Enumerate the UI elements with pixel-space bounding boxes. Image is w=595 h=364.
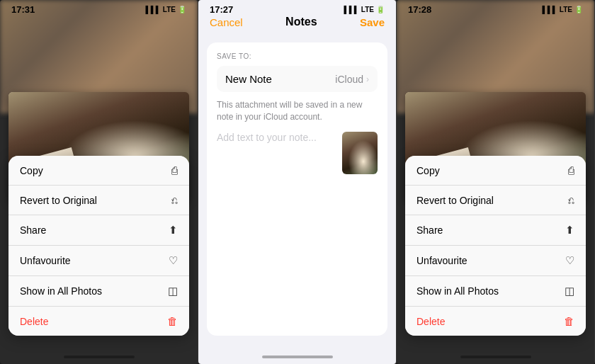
unfavourite-label-1: Unfavourite <box>20 255 71 266</box>
share-label-3: Share <box>416 224 443 236</box>
context-menu-1: Copy ⎙ Revert to Original ⎌ Share ⬆ Unfa… <box>8 156 189 336</box>
attachment-description: This attachment will be saved in a new n… <box>217 99 378 123</box>
context-copy-1[interactable]: Copy ⎙ <box>8 156 189 186</box>
thumbnail-bg <box>342 132 378 174</box>
unfavourite-label-3: Unfavourite <box>416 255 468 266</box>
note-thumbnail <box>342 132 378 174</box>
revert-icon-3: ⎌ <box>568 194 574 206</box>
phone-3: 17:28 ▌▌▌ LTE 🔋 Copy ⎙ Revert to Origina… <box>397 0 595 364</box>
context-show-all-3[interactable]: Show in All Photos ◫ <box>405 276 586 307</box>
phone-1: 17:31 ▌▌▌ LTE 🔋 Copy ⎙ Revert to Origina… <box>0 0 198 364</box>
context-unfavourite-3[interactable]: Unfavourite ♡ <box>405 246 586 276</box>
notes-title: Notes <box>285 16 317 28</box>
show-all-label-1: Show in All Photos <box>20 285 102 297</box>
context-share-1[interactable]: Share ⬆ <box>8 215 189 246</box>
time-3: 17:28 <box>408 4 431 15</box>
context-show-all-1[interactable]: Show in All Photos ◫ <box>8 276 189 307</box>
context-menu-3: Copy ⎙ Revert to Original ⎌ Share ⬆ Unfa… <box>405 156 586 336</box>
notes-nav: Cancel Notes Save <box>198 16 396 28</box>
phone-2: 17:27 ▌▌▌ LTE 🔋 Cancel Notes Save SAVE T… <box>198 0 397 364</box>
note-placeholder[interactable]: Add text to your note... <box>217 132 317 143</box>
battery-icon-1: 🔋 <box>178 6 186 13</box>
battery-icon-2: 🔋 <box>376 6 385 13</box>
context-unfavourite-1[interactable]: Unfavourite ♡ <box>8 246 189 276</box>
delete-icon-1: 🗑 <box>167 315 178 327</box>
delete-icon-3: 🗑 <box>564 315 574 327</box>
context-delete-3[interactable]: Delete 🗑 <box>405 307 586 336</box>
context-revert-1[interactable]: Revert to Original ⎌ <box>8 186 189 215</box>
context-revert-3[interactable]: Revert to Original ⎌ <box>405 186 586 215</box>
lte-label-1: LTE <box>163 6 176 13</box>
signal-icon-1: ▌▌▌ <box>146 6 161 13</box>
share-label-1: Share <box>20 224 46 236</box>
unfavourite-icon-3: ♡ <box>565 254 574 267</box>
context-share-3[interactable]: Share ⬆ <box>405 215 586 246</box>
new-note-row[interactable]: New Note iCloud › <box>217 66 378 92</box>
revert-label-3: Revert to Original <box>416 195 494 206</box>
signal-icon-2: ▌▌▌ <box>344 6 359 13</box>
share-icon-3: ⬆ <box>565 224 574 237</box>
battery-icon-3: 🔋 <box>574 6 583 13</box>
time-2: 17:27 <box>210 4 233 15</box>
new-note-label: New Note <box>225 73 272 85</box>
status-bar-3: 17:28 ▌▌▌ LTE 🔋 <box>397 0 594 18</box>
home-indicator-2 <box>262 356 333 358</box>
revert-icon-1: ⎌ <box>171 194 178 206</box>
delete-label-3: Delete <box>416 316 445 327</box>
context-copy-3[interactable]: Copy ⎙ <box>405 156 586 186</box>
share-icon-1: ⬆ <box>169 224 178 237</box>
show-all-icon-1: ◫ <box>168 285 178 297</box>
status-icons-3: ▌▌▌ LTE 🔋 <box>543 6 583 13</box>
context-delete-1[interactable]: Delete 🗑 <box>8 307 189 336</box>
note-text-area: Add text to your note... <box>217 132 378 174</box>
cancel-button[interactable]: Cancel <box>210 16 243 28</box>
icloud-label: iCloud <box>335 74 363 85</box>
unfavourite-icon-1: ♡ <box>169 254 178 267</box>
save-to-label: SAVE TO: <box>217 52 378 60</box>
delete-label-1: Delete <box>20 316 48 327</box>
status-icons-2: ▌▌▌ LTE 🔋 <box>344 6 385 13</box>
lte-label-2: LTE <box>361 6 374 13</box>
show-all-icon-3: ◫ <box>565 285 574 297</box>
lte-label-3: LTE <box>560 6 572 13</box>
copy-label-1: Copy <box>20 165 43 176</box>
notes-content: SAVE TO: New Note iCloud › This attachme… <box>207 42 387 336</box>
status-bar-1: 17:31 ▌▌▌ LTE 🔋 <box>0 0 198 18</box>
home-indicator-1 <box>64 356 135 358</box>
chevron-right-icon: › <box>366 74 369 84</box>
icloud-row: iCloud › <box>335 74 369 85</box>
signal-icon-3: ▌▌▌ <box>543 6 557 13</box>
copy-icon-1: ⎙ <box>171 164 178 176</box>
revert-label-1: Revert to Original <box>20 195 97 206</box>
copy-label-3: Copy <box>416 165 440 176</box>
save-button[interactable]: Save <box>360 16 385 28</box>
time-1: 17:31 <box>11 4 35 15</box>
home-indicator-3 <box>460 356 531 358</box>
status-icons-1: ▌▌▌ LTE 🔋 <box>146 6 186 13</box>
copy-icon-3: ⎙ <box>568 164 574 176</box>
show-all-label-3: Show in All Photos <box>416 285 499 297</box>
